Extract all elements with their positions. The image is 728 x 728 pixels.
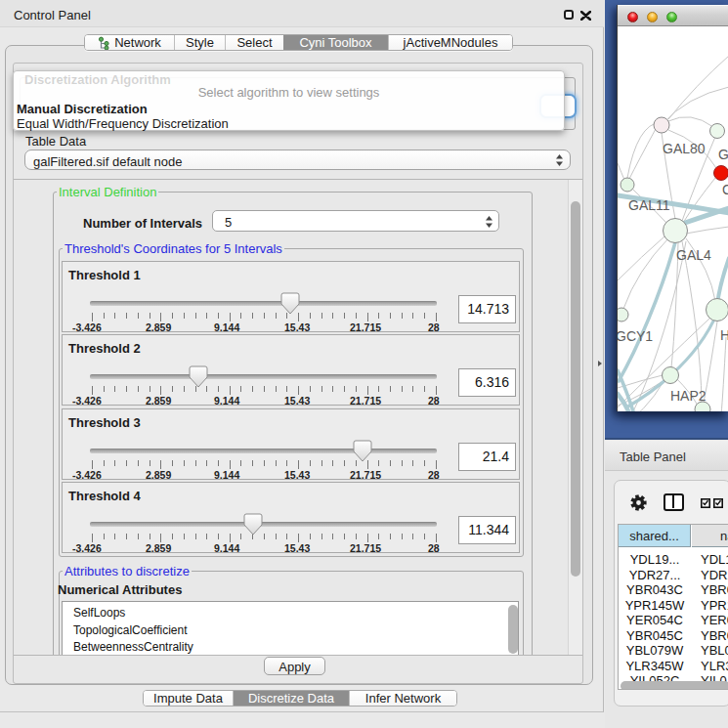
svg-text:GAL80: GAL80 bbox=[663, 141, 706, 156]
svg-text:GAL11: GAL11 bbox=[628, 197, 670, 213]
svg-text:GCY1: GCY1 bbox=[618, 328, 653, 344]
svg-text:GA: GA bbox=[718, 147, 728, 162]
svg-text:HAP2: HAP2 bbox=[670, 388, 707, 404]
svg-text:H: H bbox=[720, 327, 728, 343]
svg-text:C: C bbox=[722, 182, 728, 197]
svg-text:GAL4: GAL4 bbox=[676, 247, 711, 263]
